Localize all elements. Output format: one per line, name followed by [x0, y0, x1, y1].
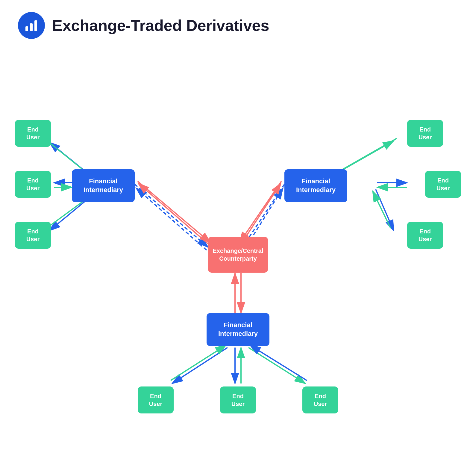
- page-title: Exchange-Traded Derivatives: [52, 16, 269, 34]
- svg-line-27: [240, 183, 281, 245]
- eu-top-left: EndUser: [15, 120, 51, 147]
- svg-line-30: [172, 348, 228, 383]
- svg-line-35: [250, 345, 307, 380]
- svg-rect-0: [25, 26, 28, 31]
- logo-circle: [18, 12, 45, 39]
- svg-rect-1: [30, 23, 33, 31]
- eu-bot-right: EndUser: [407, 222, 443, 249]
- svg-line-21: [136, 188, 207, 250]
- svg-line-19: [373, 191, 391, 228]
- svg-line-18: [376, 189, 394, 231]
- header: Exchange-Traded Derivatives: [0, 0, 476, 45]
- svg-line-20: [135, 184, 208, 247]
- eu-bot-left: EndUser: [15, 222, 51, 249]
- fi-bottom: FinancialIntermediary: [207, 313, 269, 346]
- fi-right: FinancialIntermediary: [284, 169, 347, 202]
- eu-mid-left: EndUser: [15, 171, 51, 198]
- svg-line-24: [138, 181, 210, 243]
- svg-rect-2: [34, 20, 37, 31]
- svg-line-26: [239, 181, 281, 243]
- eu-mid-right: EndUser: [425, 171, 461, 198]
- center-exchange: Exchange/CentralCounterparty: [208, 237, 268, 273]
- eu-bottom-right: EndUser: [302, 386, 338, 413]
- svg-line-25: [138, 183, 210, 245]
- svg-line-34: [248, 348, 305, 383]
- eu-bottom-mid: EndUser: [220, 386, 256, 413]
- bar-chart-icon: [24, 18, 39, 33]
- eu-bottom-left: EndUser: [138, 386, 174, 413]
- fi-left: FinancialIntermediary: [72, 169, 135, 202]
- svg-line-31: [171, 345, 226, 380]
- diagram: FinancialIntermediary FinancialIntermedi…: [0, 45, 476, 450]
- eu-top-right: EndUser: [407, 120, 443, 147]
